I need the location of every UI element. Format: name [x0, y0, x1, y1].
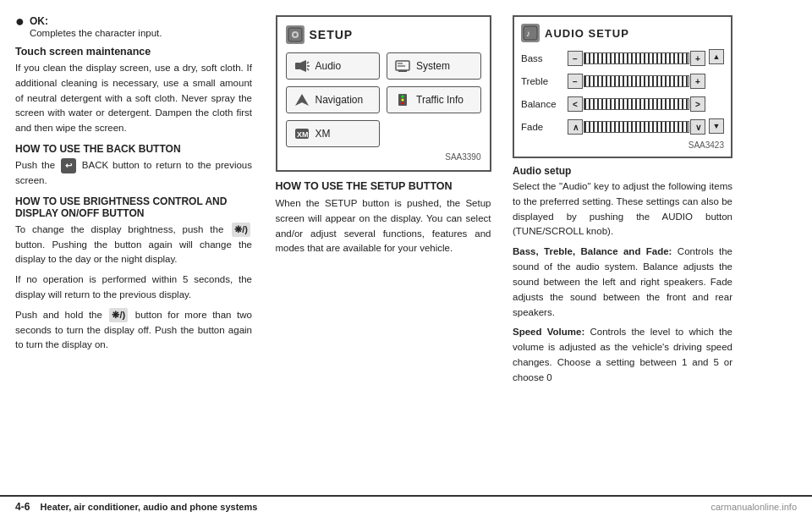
fade-controls: ∧ ∨ — [568, 119, 705, 135]
footer-logo: carmanualonline.info — [710, 502, 797, 512]
left-column: ● OK: Completes the character input. Tou… — [15, 15, 261, 495]
back-text1: Push the — [15, 160, 55, 170]
brightness-text3: If no operation is performed within 5 se… — [15, 272, 252, 303]
setup-icon — [286, 25, 304, 44]
setup-box: SETUP Audio System — [276, 15, 491, 172]
touch-text: If you clean the display screen, use a d… — [15, 61, 252, 136]
setup-btn-navigation[interactable]: Navigation — [286, 86, 381, 113]
setup-btn-audio[interactable]: Audio — [286, 52, 381, 80]
treble-slider[interactable] — [584, 75, 689, 87]
back-heading: HOW TO USE THE BACK BUTTON — [15, 143, 252, 155]
setup-btn-traffic[interactable]: Traffic Info — [387, 86, 481, 113]
page-number: 4-6 — [15, 501, 30, 513]
nav-btn-group: ▲ ▼ — [709, 49, 724, 136]
ok-label: OK: — [30, 15, 48, 27]
svg-point-2 — [294, 33, 297, 36]
right-column: ♪ AUDIO SETUP Bass − + — [506, 15, 797, 495]
audio-rows-container: Bass − + Treble − — [521, 49, 724, 136]
fade-slider[interactable] — [584, 121, 689, 133]
balance-controls: < > — [568, 96, 705, 112]
bass-minus-btn[interactable]: − — [568, 51, 583, 66]
bass-treble-text: Controls the sound of the audio system. … — [513, 246, 732, 316]
touch-heading: Touch screen maintenance — [15, 46, 252, 58]
setup-btn-xm-label: XM — [315, 128, 331, 140]
svg-rect-3 — [295, 63, 300, 69]
setup-title-bar: SETUP — [286, 25, 481, 44]
brightness-text1: To change the display brightness, push t… — [15, 223, 252, 267]
svg-point-16 — [402, 102, 404, 105]
setup-grid: Audio System Navigation — [286, 52, 481, 147]
treble-controls: − + — [568, 74, 705, 89]
bass-plus-btn[interactable]: + — [690, 51, 705, 66]
speed-vol-heading: Speed Volume: — [513, 327, 584, 337]
setup-title: SETUP — [310, 28, 354, 41]
setup-btn-xm[interactable]: XM XM — [286, 120, 381, 147]
svg-line-7 — [307, 69, 309, 70]
svg-point-14 — [402, 96, 404, 98]
svg-marker-12 — [295, 94, 309, 106]
brightness-icon2: ❋/) — [109, 308, 128, 322]
balance-right-btn[interactable]: > — [690, 96, 705, 112]
balance-label: Balance — [521, 99, 568, 109]
back-btn-label: BACK — [82, 160, 108, 170]
navigation-icon — [294, 93, 310, 107]
back-btn-inline: ↩ — [61, 158, 76, 173]
svg-rect-9 — [398, 70, 407, 72]
setup-btn-traffic-label: Traffic Info — [416, 94, 464, 106]
audio-setup-box: ♪ AUDIO SETUP Bass − + — [513, 15, 732, 158]
bass-treble-text-block: Bass, Treble, Balance and Fade: Controls… — [513, 245, 732, 320]
treble-label: Treble — [521, 76, 568, 86]
fade-up-btn[interactable]: ∧ — [568, 119, 583, 135]
how-heading: HOW TO USE THE SETUP BUTTON — [276, 180, 491, 192]
balance-slider[interactable] — [584, 98, 689, 110]
audio-setup-text: Select the "Audio" key to adjust the fol… — [513, 179, 732, 239]
audio-row-treble: Treble − + — [521, 72, 705, 91]
setup-btn-audio-label: Audio — [315, 60, 342, 72]
setup-saa: SAA3390 — [286, 152, 481, 162]
audio-setup-heading: Audio setup — [513, 165, 732, 177]
main-content: ● OK: Completes the character input. Tou… — [0, 0, 812, 495]
audio-setup-title: AUDIO SETUP — [545, 27, 629, 40]
audio-rows: Bass − + Treble − — [521, 49, 705, 136]
speed-vol-text-block: Speed Volume: Controls the level to whic… — [513, 325, 732, 385]
system-icon — [394, 59, 411, 73]
treble-minus-btn[interactable]: − — [568, 74, 583, 89]
brightness-text1-part: To change the display brightness, push t… — [15, 224, 223, 234]
balance-left-btn[interactable]: < — [568, 96, 583, 112]
svg-line-5 — [307, 62, 309, 63]
brightness-text4-part: Push and hold the — [15, 310, 102, 320]
fade-down-btn[interactable]: ∨ — [690, 119, 705, 135]
setup-btn-navigation-label: Navigation — [315, 94, 364, 106]
fade-label: Fade — [521, 122, 568, 132]
audio-setup-title-bar: ♪ AUDIO SETUP — [521, 24, 724, 42]
setup-btn-system-label: System — [416, 60, 450, 72]
footer-left: 4-6 Heater, air conditioner, audio and p… — [15, 501, 257, 513]
audio-icon — [294, 59, 310, 73]
brightness-text2: button. Pushing the button again will ch… — [15, 239, 252, 265]
traffic-icon — [394, 93, 411, 107]
xm-icon: XM — [294, 127, 310, 140]
audio-setup-icon: ♪ — [521, 24, 540, 42]
bass-slider[interactable] — [584, 52, 689, 64]
bass-label: Bass — [521, 53, 568, 63]
spacer — [709, 69, 724, 114]
page: ● OK: Completes the character input. Tou… — [0, 0, 812, 517]
svg-text:♪: ♪ — [526, 29, 530, 38]
ok-desc: Completes the character input. — [30, 28, 162, 38]
svg-point-15 — [402, 99, 404, 102]
svg-marker-4 — [300, 60, 306, 72]
brightness-text4: Push and hold the ❋/) button for more th… — [15, 308, 252, 353]
footer-text: Heater, air conditioner, audio and phone… — [41, 502, 258, 512]
audio-row-fade: Fade ∧ ∨ — [521, 118, 705, 136]
bass-treble-heading: Bass, Treble, Balance and Fade: — [513, 246, 672, 256]
footer: 4-6 Heater, air conditioner, audio and p… — [0, 495, 812, 517]
svg-text:XM: XM — [297, 130, 309, 139]
treble-plus-btn[interactable]: + — [690, 74, 705, 89]
brightness-heading: HOW TO USE BRIGHTNESS CONTROL AND DISPLA… — [15, 195, 252, 219]
setup-btn-system[interactable]: System — [387, 52, 481, 80]
bass-controls: − + — [568, 51, 705, 66]
mid-how-to: HOW TO USE THE SETUP BUTTON When the SET… — [276, 180, 491, 256]
scroll-up-btn[interactable]: ▲ — [709, 49, 724, 64]
scroll-down-btn[interactable]: ▼ — [709, 118, 724, 134]
audio-row-bass: Bass − + — [521, 49, 705, 68]
